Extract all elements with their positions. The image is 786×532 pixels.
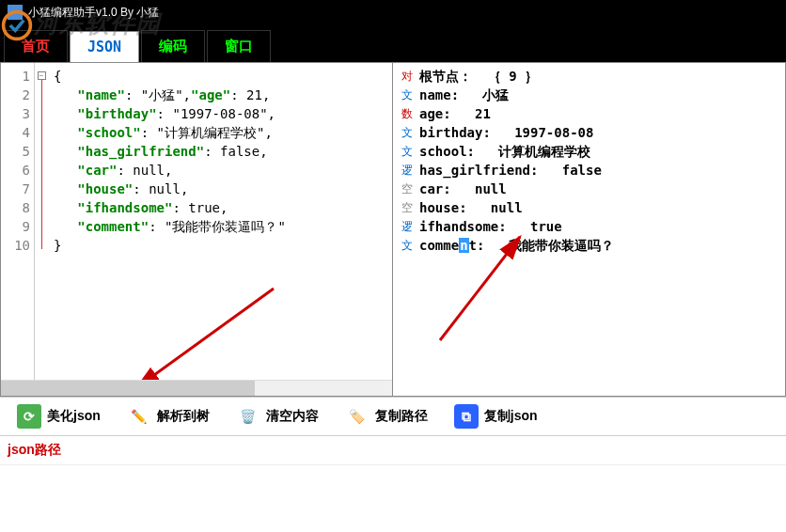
type-badge: 数 (399, 104, 416, 123)
beautify-button[interactable]: ⟳ 美化json (8, 400, 110, 432)
type-badge: 文 (399, 236, 416, 255)
code-editor[interactable]: 12345678910 − { "name": "小猛","age": 21, … (1, 63, 392, 380)
pencil-icon: ✏️ (127, 404, 151, 429)
editor-pane: 12345678910 − { "name": "小猛","age": 21, … (0, 62, 393, 397)
type-badge: 文 (399, 86, 416, 104)
copy-path-button[interactable]: 🏷️ 复制路径 (336, 400, 437, 432)
tab-home[interactable]: 首页 (4, 30, 68, 62)
tree-pane[interactable]: 对根节点： ｛ 9 ｝ 文name: 小猛 数age: 21 文birthday… (393, 62, 786, 397)
type-badge-object: 对 (399, 67, 416, 86)
tree-row[interactable]: 文name: 小猛 (399, 86, 779, 104)
title-bar: 小猛编程助手v1.0 By 小猛 (0, 0, 786, 24)
line-number: 7 (1, 180, 30, 198)
type-badge: 空 (399, 180, 416, 198)
menu-item-menu[interactable]: 菜单 (675, 5, 700, 22)
fold-gutter: − (35, 63, 48, 380)
type-badge: 文 (399, 142, 416, 161)
type-badge: 空 (399, 198, 416, 217)
tree-row[interactable]: 空car: null (399, 180, 779, 198)
tag-icon: 🏷️ (345, 404, 369, 429)
tree-row[interactable]: 逻has_girlfriend: false (399, 161, 779, 180)
line-number: 9 (1, 217, 30, 236)
line-number: 8 (1, 198, 30, 217)
tree-row[interactable]: 数age: 21 (399, 104, 779, 123)
line-number: 3 (1, 104, 30, 123)
tab-strip: 首页 JSON 编码 窗口 (0, 24, 786, 62)
tab-encode[interactable]: 编码 (141, 30, 205, 62)
tab-json[interactable]: JSON (70, 31, 139, 62)
tree-row[interactable]: 文school: 计算机编程学校 (399, 142, 779, 161)
tree-row[interactable]: 空house: null (399, 198, 779, 217)
type-badge: 文 (399, 123, 416, 142)
fold-minus-icon[interactable]: − (38, 71, 46, 80)
clear-button[interactable]: 🗑️ 清空内容 (227, 400, 328, 432)
tree-row[interactable]: 文birthday: 1997-08-08 (399, 123, 779, 142)
tree-row[interactable]: 文comment: 我能带你装逼吗？ (399, 236, 779, 255)
copy-icon: ⧉ (454, 404, 479, 429)
action-toolbar: ⟳ 美化json ✏️ 解析到树 🗑️ 清空内容 🏷️ 复制路径 ⧉ 复制jso… (0, 397, 786, 436)
main-menu: 菜单 设置 帮助 (675, 5, 775, 22)
line-gutter: 12345678910 (1, 63, 35, 380)
copy-json-button[interactable]: ⧉ 复制json (445, 400, 547, 432)
line-number: 10 (1, 236, 30, 255)
menu-item-settings[interactable]: 设置 (713, 5, 737, 22)
type-badge: 逻 (399, 161, 416, 180)
line-number: 1 (1, 67, 30, 86)
type-badge: 逻 (399, 217, 416, 236)
line-number: 4 (1, 123, 30, 142)
parse-button[interactable]: ✏️ 解析到树 (118, 400, 219, 432)
json-path-label: json路径 (0, 436, 786, 465)
menu-item-help[interactable]: 帮助 (750, 5, 775, 22)
app-icon (8, 5, 23, 20)
tab-window[interactable]: 窗口 (207, 30, 271, 62)
window-title: 小猛编程助手v1.0 By 小猛 (28, 5, 159, 21)
line-number: 6 (1, 161, 30, 180)
code-content[interactable]: { "name": "小猛","age": 21, "birthday": "1… (48, 63, 392, 380)
line-number: 5 (1, 142, 30, 161)
line-number: 2 (1, 86, 30, 104)
horizontal-scrollbar[interactable] (1, 380, 392, 396)
refresh-icon: ⟳ (17, 404, 41, 429)
tree-row[interactable]: 逻ifhandsome: true (399, 217, 779, 236)
trash-icon: 🗑️ (236, 404, 260, 429)
